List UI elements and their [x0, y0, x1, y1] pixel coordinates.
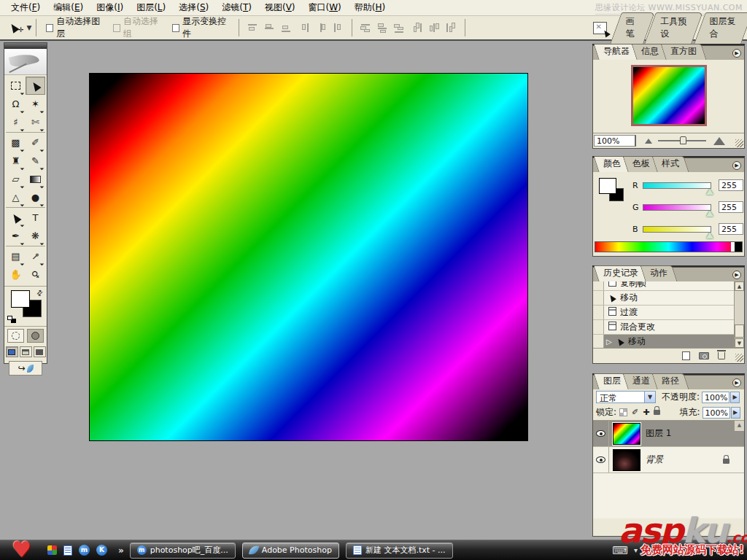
visibility-cell[interactable] [593, 421, 609, 446]
zoom-slider-thumb[interactable] [680, 136, 686, 144]
quick-mask-mode-button[interactable] [27, 329, 44, 343]
quicklaunch-grid-icon[interactable] [47, 545, 57, 555]
new-document-from-state-button[interactable] [682, 351, 690, 360]
red-value-field[interactable]: 255 [719, 179, 743, 191]
menu-select[interactable]: 选择(S) [172, 0, 215, 16]
tool-notes[interactable]: ▤ [6, 247, 26, 265]
swap-colors-icon[interactable]: ⇄ [34, 288, 44, 298]
history-item[interactable]: 移动 [593, 291, 744, 306]
black-swatch[interactable] [735, 242, 742, 252]
tool-crop[interactable]: ♯ [6, 113, 26, 131]
layer-thumbnail[interactable] [613, 449, 640, 471]
tool-brush[interactable]: ✐ [26, 133, 45, 152]
start-heart-icon[interactable]: ♥ [12, 537, 31, 560]
blue-slider[interactable] [643, 226, 711, 233]
eye-icon[interactable] [596, 456, 605, 463]
red-slider[interactable] [643, 182, 711, 189]
panel-menu-button[interactable]: ▶ [732, 161, 741, 170]
tab-history[interactable]: 历史记录 [596, 265, 646, 281]
foreground-color-swatch[interactable] [11, 290, 30, 308]
eye-icon[interactable] [596, 430, 605, 437]
menu-layer[interactable]: 图层(L) [130, 0, 172, 16]
panel-menu-button[interactable]: ▶ [732, 271, 741, 279]
lock-transparency-icon[interactable] [619, 408, 627, 416]
menu-image[interactable]: 图像(I) [90, 0, 130, 16]
layer-thumbnail[interactable] [613, 423, 640, 445]
layers-scrollbar-up[interactable]: ▲ [734, 421, 744, 431]
green-slider[interactable] [643, 204, 711, 211]
photoshop-logo[interactable] [4, 49, 47, 75]
history-item-selected[interactable]: ▷ 移动 [593, 335, 744, 348]
layer-row-layer1[interactable]: 图层 1 [593, 421, 744, 447]
tool-magic-wand[interactable]: ✶ [26, 95, 45, 113]
tab-styles[interactable]: 样式 [654, 156, 686, 172]
delete-state-button[interactable] [718, 352, 725, 359]
tool-path-selection[interactable] [6, 209, 26, 227]
tool-zoom[interactable]: ♀ [26, 265, 45, 284]
panel-menu-button[interactable]: ▶ [732, 49, 741, 58]
fullscreen-mode-button[interactable] [34, 346, 46, 357]
quicklaunch-k-icon[interactable]: K [96, 545, 107, 556]
resize-grip[interactable] [735, 354, 743, 362]
menu-window[interactable]: 窗口(W) [302, 0, 348, 16]
taskbar-button-photoshop[interactable]: Adobe Photoshop [242, 542, 339, 559]
menu-file[interactable]: 文件(F) [4, 0, 47, 16]
history-item[interactable]: 复制帧 [593, 281, 744, 291]
visibility-cell[interactable] [593, 447, 609, 472]
history-item[interactable]: 混合更改 [593, 320, 744, 335]
tab-paths[interactable]: 路径 [654, 373, 686, 389]
history-checkbox[interactable] [593, 291, 604, 305]
checkbox-icon[interactable] [172, 24, 179, 32]
lock-paint-icon[interactable]: ✐ [632, 408, 638, 417]
tool-rectangular-marquee[interactable] [6, 77, 26, 95]
history-checkbox[interactable] [593, 281, 604, 290]
workspace-icon[interactable]: ✕ [593, 22, 606, 34]
scrollbar-thumb[interactable] [735, 324, 744, 338]
menu-help[interactable]: 帮助(H) [348, 0, 392, 16]
tool-hand[interactable]: ✋ [6, 265, 26, 284]
scroll-up-icon[interactable]: ▲ [735, 281, 744, 291]
tab-layer-comps[interactable]: 图层复合 [700, 12, 747, 44]
menu-filter[interactable]: 滤镜(T) [215, 0, 258, 16]
history-scrollbar[interactable]: ▲ ▼ [734, 281, 744, 348]
green-value-field[interactable]: 255 [719, 201, 743, 213]
zoom-percent-field[interactable]: 100% [594, 135, 636, 147]
quicklaunch-maxthon-icon[interactable]: m [79, 545, 90, 556]
blue-value-field[interactable]: 255 [719, 223, 743, 235]
blend-mode-dropdown[interactable]: 正常 ▼ [596, 391, 656, 403]
red-slider-thumb[interactable] [706, 189, 713, 195]
standard-mode-button[interactable] [7, 329, 24, 343]
panel-menu-button[interactable]: ▶ [732, 378, 741, 387]
blue-slider-thumb[interactable] [706, 233, 713, 238]
quicklaunch-doc-icon[interactable] [63, 545, 72, 556]
checkbox-icon[interactable] [46, 24, 53, 32]
taskbar-button-browser[interactable]: m photoshop吧_百度... [130, 542, 236, 559]
tool-type[interactable]: T [26, 209, 45, 227]
tool-blur[interactable]: △ [6, 188, 26, 206]
quicklaunch-overflow-chevron[interactable]: » [118, 545, 123, 556]
scroll-down-icon[interactable]: ▼ [735, 338, 744, 348]
layer-row-background[interactable]: 背景 [593, 447, 744, 473]
history-checkbox[interactable] [593, 306, 604, 319]
tab-navigator[interactable]: 导航器 [596, 44, 637, 60]
fullscreen-with-menu-button[interactable] [20, 346, 32, 357]
zoom-slider[interactable] [658, 140, 706, 141]
edit-in-imageready-button[interactable]: ↪ [9, 361, 42, 376]
tool-dodge[interactable]: ● [26, 188, 45, 206]
tool-history-brush[interactable]: ✎ [26, 152, 45, 170]
tool-eraser[interactable]: ▱ [6, 170, 26, 188]
history-checkbox[interactable] [593, 335, 604, 348]
show-transform-controls-checkbox[interactable]: 显示变换控件 [172, 15, 229, 40]
new-snapshot-button[interactable] [699, 352, 709, 359]
move-tool-options-icon[interactable]: ✛ ▼ [10, 22, 31, 34]
tab-histogram[interactable]: 直方图 [663, 44, 704, 60]
tool-pen[interactable]: ✒ [6, 227, 26, 245]
auto-select-layer-checkbox[interactable]: 自动选择图层 [46, 15, 103, 40]
menu-view[interactable]: 视图(V) [258, 0, 302, 16]
tab-tool-presets[interactable]: 工具预设 [650, 12, 697, 44]
tool-slice[interactable]: ✄ [26, 113, 45, 131]
history-checkbox[interactable] [593, 320, 604, 334]
tool-eyedropper[interactable]: ⊸ [26, 247, 45, 265]
tool-move[interactable] [26, 77, 45, 95]
tool-lasso[interactable]: Ω [6, 95, 26, 113]
